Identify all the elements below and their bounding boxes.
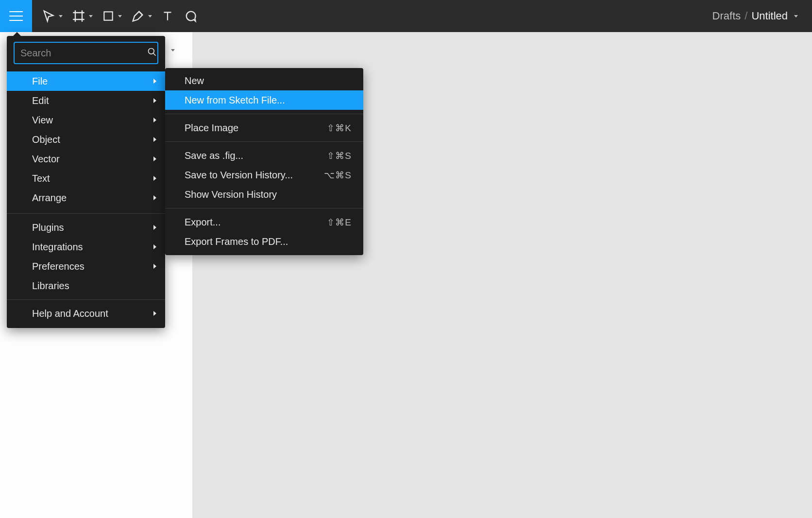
menu-item-edit[interactable]: Edit [7,91,165,110]
search-input[interactable] [20,48,143,59]
shortcut-label: ⇧⌘K [327,122,352,134]
menu-search [14,42,158,64]
main-menu: FileEditViewObjectVectorTextArrange Plug… [7,36,165,328]
menu-item-label: Integrations [32,242,83,253]
search-icon [147,47,157,59]
menu-section-help: Help and Account [7,304,165,328]
submenu-arrow-icon [153,264,156,269]
menu-item-label: Libraries [32,280,69,292]
submenu-item-export-frames-to-pdf[interactable]: Export Frames to PDF... [165,232,363,251]
submenu-item-new-from-sketch-file[interactable]: New from Sketch File... [165,90,363,110]
main-menu-button[interactable] [0,0,32,32]
menu-item-plugins[interactable]: Plugins [7,218,165,237]
menu-item-object[interactable]: Object [7,130,165,149]
menu-item-help-and-account[interactable]: Help and Account [7,304,165,323]
comment-tool[interactable] [179,0,202,32]
tool-group [32,0,202,32]
chevron-down-icon [169,46,177,54]
menu-section-main: FileEditViewObjectVectorTextArrange [7,71,165,209]
menu-item-integrations[interactable]: Integrations [7,237,165,257]
submenu-separator [165,141,363,142]
frame-tool[interactable] [67,0,97,32]
toolbar: Drafts / Untitled [0,0,812,32]
submenu-item-export[interactable]: Export...⇧⌘E [165,212,363,232]
submenu-arrow-icon [153,156,156,161]
submenu-arrow-icon [153,311,156,316]
submenu-item-place-image[interactable]: Place Image⇧⌘K [165,118,363,138]
menu-item-label: Preferences [32,261,85,272]
submenu-separator [165,208,363,208]
submenu-arrow-icon [153,79,156,84]
menu-item-label: Help and Account [32,308,108,319]
shape-tool[interactable] [97,0,126,32]
breadcrumb-folder[interactable]: Drafts [712,10,741,22]
pen-tool-icon [131,9,145,23]
menu-item-label: Object [32,134,60,145]
chevron-down-icon [86,12,95,20]
shortcut-label: ⌥⌘S [324,170,352,181]
breadcrumb: Drafts / Untitled [712,10,812,22]
menu-item-view[interactable]: View [7,110,165,130]
menu-item-label: Edit [32,95,49,106]
submenu-arrow-icon [153,195,156,200]
chevron-down-icon [146,12,154,20]
menu-item-vector[interactable]: Vector [7,149,165,169]
menu-item-file[interactable]: File [7,71,165,91]
breadcrumb-separator: / [744,10,747,22]
document-title[interactable]: Untitled [751,10,788,22]
submenu-item-label: Export Frames to PDF... [185,236,288,247]
chevron-down-icon [116,12,124,20]
submenu-arrow-icon [153,225,156,230]
pen-tool[interactable] [126,0,156,32]
submenu-item-label: Place Image [185,122,238,134]
menu-item-label: Plugins [32,222,64,233]
move-tool-icon [42,9,55,23]
submenu-arrow-icon [153,244,156,249]
menu-item-text[interactable]: Text [7,169,165,188]
submenu-item-new[interactable]: New [165,71,363,90]
submenu-item-label: New from Sketch File... [185,95,285,106]
submenu-separator [165,114,363,114]
menu-separator [7,299,165,300]
shortcut-label: ⇧⌘S [327,150,352,161]
frame-tool-icon [72,9,85,23]
submenu-arrow-icon [153,137,156,142]
menu-item-arrange[interactable]: Arrange [7,188,165,207]
menu-section-extras: PluginsIntegrationsPreferencesLibraries [7,218,165,295]
file-submenu: NewNew from Sketch File...Place Image⇧⌘K… [165,68,363,255]
submenu-item-save-to-version-history[interactable]: Save to Version History...⌥⌘S [165,165,363,185]
submenu-item-show-version-history[interactable]: Show Version History [165,185,363,204]
submenu-item-label: Export... [185,217,220,228]
move-tool[interactable] [37,0,67,32]
menu-item-label: View [32,115,53,126]
menu-item-preferences[interactable]: Preferences [7,257,165,276]
menu-item-label: Vector [32,154,60,165]
menu-item-label: Text [32,173,50,184]
menu-separator [7,213,165,214]
submenu-item-label: Save to Version History... [185,170,293,181]
text-tool-icon [161,10,174,22]
menu-item-label: File [32,76,48,87]
menu-item-libraries[interactable]: Libraries [7,276,165,295]
chevron-down-icon[interactable] [792,12,800,20]
chevron-down-icon [56,12,65,20]
submenu-arrow-icon [153,98,156,103]
submenu-item-save-as-fig[interactable]: Save as .fig...⇧⌘S [165,146,363,165]
rectangle-tool-icon [102,10,115,22]
shortcut-label: ⇧⌘E [327,217,352,228]
submenu-arrow-icon [153,176,156,181]
text-tool[interactable] [156,0,179,32]
hamburger-icon [9,11,23,21]
menu-item-label: Arrange [32,192,67,204]
svg-point-1 [149,49,154,54]
submenu-item-label: Show Version History [185,189,277,200]
submenu-item-label: Save as .fig... [185,150,243,161]
submenu-item-label: New [185,75,204,86]
submenu-arrow-icon [153,118,156,122]
svg-rect-0 [104,12,112,20]
comment-tool-icon [184,9,197,23]
